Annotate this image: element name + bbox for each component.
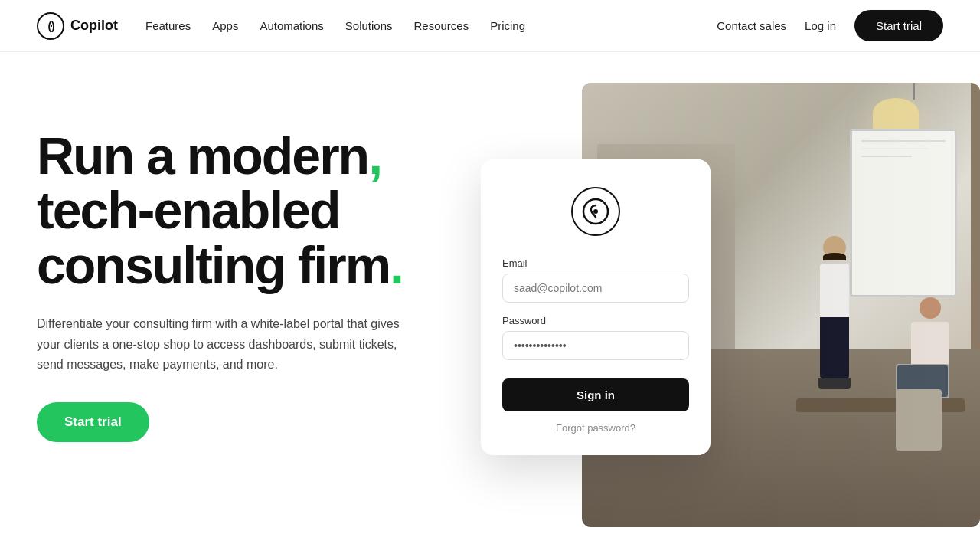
start-trial-hero-button[interactable]: Start trial (37, 402, 149, 442)
logo-icon (37, 12, 64, 40)
email-form-group: Email (502, 257, 689, 303)
password-form-group: Password (502, 315, 689, 360)
nav-right: Contact sales Log in Start trial (717, 10, 943, 41)
start-trial-nav-button[interactable]: Start trial (854, 10, 943, 41)
logo[interactable]: Copilot (37, 12, 118, 40)
password-label: Password (502, 315, 689, 326)
nav-link-pricing[interactable]: Pricing (490, 19, 525, 32)
nav-link-resources[interactable]: Resources (414, 19, 469, 32)
forgot-password-link[interactable]: Forgot password? (502, 422, 689, 434)
nav-link-apps[interactable]: Apps (212, 19, 238, 32)
signin-button[interactable]: Sign in (502, 378, 689, 411)
nav-left: Copilot Features Apps Automations Soluti… (37, 12, 525, 40)
svg-point-1 (593, 209, 598, 214)
nav-link-features[interactable]: Features (145, 19, 191, 32)
login-link[interactable]: Log in (805, 19, 836, 32)
hero-right: Email Password Sign in Forgot password? (496, 98, 943, 527)
navbar: Copilot Features Apps Automations Soluti… (0, 0, 980, 52)
hero-left: Run a modern, tech-enabled consulting fi… (37, 98, 496, 442)
nav-link-automations[interactable]: Automations (260, 19, 323, 32)
logo-text: Copilot (70, 18, 118, 34)
hero-heading-line2: tech-enabled (37, 181, 339, 239)
nav-link-solutions[interactable]: Solutions (345, 19, 393, 32)
email-label: Email (502, 257, 689, 269)
hero-heading: Run a modern, tech-enabled consulting fi… (37, 129, 496, 293)
login-logo-icon (571, 187, 620, 236)
login-card-logo (502, 187, 689, 236)
password-input[interactable] (502, 331, 689, 360)
email-input[interactable] (502, 274, 689, 303)
hero-description: Differentiate your consulting firm with … (37, 314, 404, 375)
hero-heading-line3: consulting firm. (37, 236, 403, 294)
hero-section: Run a modern, tech-enabled consulting fi… (0, 52, 980, 557)
contact-sales-link[interactable]: Contact sales (717, 19, 786, 32)
hero-heading-line1: Run a modern, (37, 126, 381, 185)
login-card: Email Password Sign in Forgot password? (481, 159, 710, 455)
nav-links: Features Apps Automations Solutions Reso… (145, 19, 525, 32)
